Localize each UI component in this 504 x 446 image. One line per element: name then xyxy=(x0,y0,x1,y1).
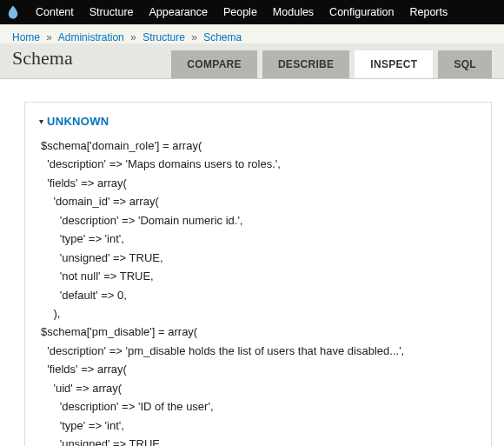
caret-down-icon: ▾ xyxy=(39,116,43,126)
title-bar: Schema COMPARE DESCRIBE INSPECT SQL xyxy=(0,43,504,79)
code-line: 'type' => 'int', xyxy=(41,416,477,435)
breadcrumb-administration[interactable]: Administration xyxy=(58,31,124,43)
code-line: 'default' => 0, xyxy=(41,286,477,304)
breadcrumb-sep: » xyxy=(46,31,52,43)
code-line: 'description' => 'Maps domains users to … xyxy=(41,155,477,173)
code-line: 'description' => 'ID of the user', xyxy=(41,397,477,416)
nav-structure[interactable]: Structure xyxy=(82,0,142,24)
code-line: ), xyxy=(41,304,477,323)
breadcrumb: Home » Administration » Structure » Sche… xyxy=(0,24,504,43)
nav-configuration[interactable]: Configuration xyxy=(322,0,401,24)
inspect-panel: ▾ UNKNOWN $schema['domain_role'] = array… xyxy=(24,102,492,446)
schema-code-output: $schema['domain_role'] = array( 'descrip… xyxy=(39,136,477,446)
code-line: 'domain_id' => array( xyxy=(41,192,477,210)
code-line: 'fields' => array( xyxy=(41,360,477,378)
breadcrumb-home[interactable]: Home xyxy=(12,31,40,43)
code-line: $schema['pm_disable'] = array( xyxy=(41,323,477,341)
tab-compare[interactable]: COMPARE xyxy=(171,50,257,78)
breadcrumb-sep: » xyxy=(191,31,197,43)
tab-inspect[interactable]: INSPECT xyxy=(355,50,433,78)
drupal-logo-icon xyxy=(3,3,23,22)
code-line: 'not null' => TRUE, xyxy=(41,267,477,285)
code-line: $schema['domain_role'] = array( xyxy=(41,136,477,155)
local-tabs: COMPARE DESCRIBE INSPECT SQL xyxy=(171,50,492,78)
breadcrumb-sep: » xyxy=(130,31,136,43)
code-line: 'uid' => array( xyxy=(41,379,477,397)
nav-reports[interactable]: Reports xyxy=(401,0,455,24)
code-line: 'unsigned' => TRUE, xyxy=(41,249,477,267)
code-line: 'type' => 'int', xyxy=(41,230,477,248)
section-label: UNKNOWN xyxy=(47,115,109,128)
section-toggle-unknown[interactable]: ▾ UNKNOWN xyxy=(39,115,477,128)
page-title: Schema xyxy=(12,47,73,78)
nav-modules[interactable]: Modules xyxy=(265,0,322,24)
nav-people[interactable]: People xyxy=(216,0,265,24)
code-line: 'unsigned' => TRUE, xyxy=(41,435,477,446)
tab-describe[interactable]: DESCRIBE xyxy=(262,50,349,78)
admin-topbar: Content Structure Appearance People Modu… xyxy=(0,0,504,24)
code-line: 'fields' => array( xyxy=(41,174,477,192)
breadcrumb-structure[interactable]: Structure xyxy=(143,31,185,43)
main-content: ▾ UNKNOWN $schema['domain_role'] = array… xyxy=(0,79,504,446)
breadcrumb-schema[interactable]: Schema xyxy=(203,31,242,43)
tab-sql[interactable]: SQL xyxy=(438,50,492,78)
code-line: 'description' => 'Domain numeric id.', xyxy=(41,211,477,230)
nav-content[interactable]: Content xyxy=(28,0,82,24)
code-line: 'description' => 'pm_disable holds the l… xyxy=(41,342,477,360)
nav-appearance[interactable]: Appearance xyxy=(142,0,216,24)
